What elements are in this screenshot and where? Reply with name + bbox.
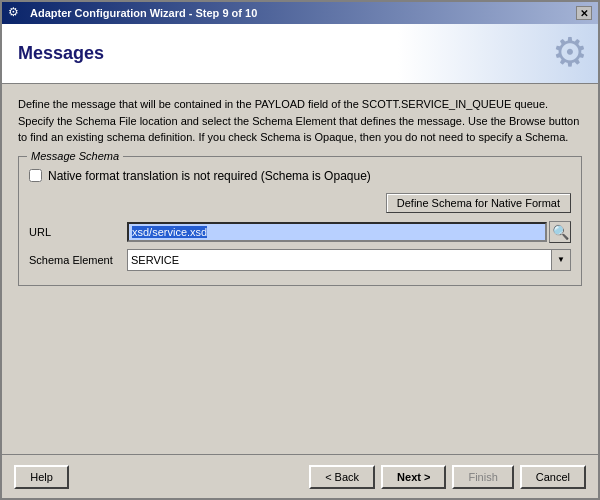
title-bar-left: ⚙ Adapter Configuration Wizard - Step 9 … bbox=[8, 5, 257, 21]
title-bar: ⚙ Adapter Configuration Wizard - Step 9 … bbox=[2, 2, 598, 24]
group-legend: Message Schema bbox=[27, 150, 123, 162]
schema-element-label: Schema Element bbox=[29, 254, 119, 266]
schema-element-select-wrapper: SERVICE ▼ bbox=[127, 249, 571, 271]
close-button[interactable]: ✕ bbox=[576, 6, 592, 20]
header-banner: Messages ⚙ bbox=[2, 24, 598, 84]
footer: Help < Back Next > Finish Cancel bbox=[2, 454, 598, 498]
schema-element-row: Schema Element SERVICE ▼ bbox=[29, 249, 571, 271]
opaque-checkbox[interactable] bbox=[29, 169, 42, 182]
url-label: URL bbox=[29, 226, 119, 238]
browse-button[interactable]: 🔍 bbox=[549, 221, 571, 243]
wizard-window: ⚙ Adapter Configuration Wizard - Step 9 … bbox=[0, 0, 600, 500]
opaque-checkbox-label: Native format translation is not require… bbox=[48, 169, 371, 183]
finish-button[interactable]: Finish bbox=[452, 465, 513, 489]
back-button[interactable]: < Back bbox=[309, 465, 375, 489]
url-row: URL 🔍 bbox=[29, 221, 571, 243]
url-input[interactable] bbox=[127, 222, 547, 242]
footer-right: < Back Next > Finish Cancel bbox=[309, 465, 586, 489]
cancel-button[interactable]: Cancel bbox=[520, 465, 586, 489]
app-icon: ⚙ bbox=[8, 5, 24, 21]
url-input-wrapper: 🔍 bbox=[127, 221, 571, 243]
schema-element-select[interactable]: SERVICE bbox=[127, 249, 571, 271]
define-schema-button[interactable]: Define Schema for Native Format bbox=[386, 193, 571, 213]
search-icon: 🔍 bbox=[552, 224, 569, 240]
page-title: Messages bbox=[18, 43, 104, 64]
title-bar-text: Adapter Configuration Wizard - Step 9 of… bbox=[30, 7, 257, 19]
message-schema-group: Message Schema Native format translation… bbox=[18, 156, 582, 286]
define-schema-row: Define Schema for Native Format bbox=[29, 193, 571, 213]
footer-left: Help bbox=[14, 465, 69, 489]
description-text: Define the message that will be containe… bbox=[18, 96, 582, 146]
opaque-checkbox-row: Native format translation is not require… bbox=[29, 169, 571, 183]
gear-icon: ⚙ bbox=[552, 29, 588, 75]
next-button[interactable]: Next > bbox=[381, 465, 446, 489]
main-content: Define the message that will be containe… bbox=[2, 84, 598, 454]
help-button[interactable]: Help bbox=[14, 465, 69, 489]
